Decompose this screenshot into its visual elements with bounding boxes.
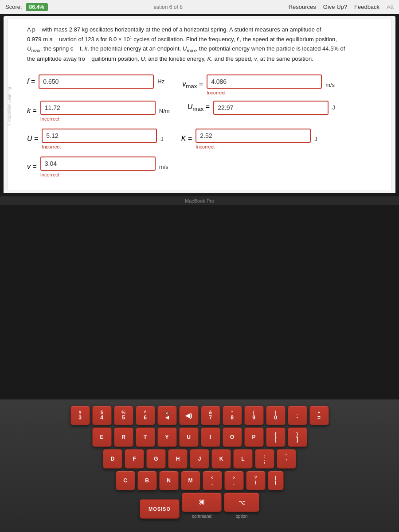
- u-unit: J: [160, 136, 164, 142]
- u-input-group: Incorrect: [42, 129, 157, 149]
- key-6[interactable]: ^6: [136, 406, 155, 425]
- key-o[interactable]: O: [223, 427, 242, 447]
- key-t[interactable]: T: [136, 427, 155, 447]
- key-rbrace[interactable]: }]: [288, 427, 307, 447]
- k-unit: N/m: [159, 108, 170, 114]
- keyboard-area: #3 $4 %5 ^6 🔇◀ ◀) &7 *8 (9 )0 _- += E R …: [0, 399, 399, 532]
- score-label: Score:: [5, 4, 22, 10]
- field-f-inline: f = Hz: [27, 74, 164, 89]
- key-d[interactable]: D: [103, 449, 122, 469]
- key-3[interactable]: #3: [70, 406, 90, 425]
- v-label: v =: [27, 163, 37, 171]
- k2-input[interactable]: [196, 129, 311, 143]
- key-i[interactable]: I: [201, 427, 220, 447]
- key-f[interactable]: F: [125, 449, 144, 469]
- key-p[interactable]: P: [244, 427, 264, 447]
- question-info: estion 6 of 8: [153, 4, 182, 10]
- vmax-input-group: Incorrect: [207, 74, 322, 95]
- key-colon[interactable]: :;: [255, 449, 274, 469]
- u-status: Incorrect: [42, 144, 157, 149]
- key-8[interactable]: ◀): [179, 406, 199, 425]
- key-mosiso[interactable]: MOSISO: [140, 499, 180, 519]
- key-j[interactable]: J: [190, 449, 209, 469]
- k2-unit: J: [314, 136, 317, 142]
- vmax-input[interactable]: [207, 74, 322, 89]
- key-c[interactable]: C: [116, 471, 135, 490]
- macmillan-watermark: © Macmillan Learning: [7, 87, 12, 126]
- top-bar: Score: 86.4% estion 6 of 8 Resources Giv…: [0, 0, 399, 14]
- field-k2: K = Incorrect J: [181, 129, 317, 149]
- macbook-label: MacBook Pro: [0, 196, 399, 205]
- score-badge: 86.4%: [26, 3, 48, 11]
- key-lbrace[interactable]: {[: [266, 427, 286, 447]
- umax-input-group: [213, 101, 329, 115]
- field-vmax-inline: vmax = Incorrect m/s: [182, 74, 335, 95]
- screen-content: © Macmillan Learning A p with mass 2.87 …: [4, 16, 395, 193]
- key-paren0[interactable]: )0: [266, 406, 286, 425]
- field-k-inline: k = Incorrect N/m: [27, 101, 170, 121]
- key-e[interactable]: E: [92, 427, 112, 447]
- f-input[interactable]: [39, 74, 154, 89]
- field-umax-inline: Umax = J: [188, 101, 335, 115]
- field-f: f = Hz: [27, 74, 164, 89]
- u-label: U =: [27, 135, 38, 143]
- key-k[interactable]: K: [211, 449, 231, 469]
- u-input[interactable]: [42, 129, 157, 143]
- f-input-group: [39, 74, 154, 89]
- row-f-vmax: f = Hz vmax = Incorrect m/s: [27, 74, 383, 95]
- key-n[interactable]: N: [159, 471, 179, 490]
- key-y[interactable]: Y: [157, 427, 177, 447]
- field-vmax: vmax = Incorrect m/s: [182, 74, 335, 95]
- key-5[interactable]: %5: [114, 406, 133, 425]
- command-label: command: [192, 514, 211, 519]
- v-status: Incorrect: [40, 172, 156, 177]
- keyboard-row-4: C B N M <, >. ?/ |I: [7, 471, 392, 490]
- v-input[interactable]: [40, 156, 156, 171]
- row-v: v = Incorrect m/s: [27, 156, 383, 177]
- vmax-status: Incorrect: [207, 90, 322, 95]
- key-l[interactable]: L: [233, 449, 253, 469]
- top-right-nav: Resources Give Up? Feedback Att: [289, 4, 394, 10]
- key-question[interactable]: ?/: [246, 471, 266, 490]
- field-v-inline: v = Incorrect m/s: [27, 156, 168, 177]
- keyboard-row-2: E R T Y U I O P {[ }]: [7, 427, 392, 447]
- option-label: option: [235, 514, 247, 519]
- mosiso-group: MOSISO: [140, 499, 180, 519]
- key-star-8[interactable]: *8: [223, 406, 242, 425]
- k2-label: K =: [181, 135, 192, 143]
- k-input-group: Incorrect: [40, 101, 156, 121]
- feedback-link[interactable]: Feedback: [354, 4, 379, 10]
- k-input[interactable]: [40, 101, 156, 115]
- attempts-label: Att: [387, 4, 394, 10]
- key-u[interactable]: U: [179, 427, 199, 447]
- key-r[interactable]: R: [114, 427, 133, 447]
- k-status: Incorrect: [40, 116, 156, 121]
- umax-unit: J: [332, 104, 335, 111]
- key-command[interactable]: ⌘: [182, 493, 222, 512]
- give-up-link[interactable]: Give Up?: [323, 4, 347, 10]
- problem-line2: 0.979 m a uration of 123 s for 8.0 × 101…: [27, 36, 337, 43]
- resources-link[interactable]: Resources: [289, 4, 316, 10]
- key-paren9[interactable]: (9: [244, 406, 264, 425]
- key-g[interactable]: G: [146, 449, 166, 469]
- field-umax: Umax = J: [188, 101, 335, 115]
- problem-line4: the amplitude away fro quilibrium positi…: [27, 55, 313, 62]
- key-7[interactable]: 🔇◀: [157, 406, 177, 425]
- key-4[interactable]: $4: [92, 406, 112, 425]
- key-pipe[interactable]: |I: [268, 471, 284, 490]
- key-b[interactable]: B: [137, 471, 157, 490]
- f-label: f =: [27, 78, 35, 86]
- key-gt[interactable]: >.: [224, 471, 244, 490]
- field-u-inline: U = Incorrect J: [27, 129, 164, 149]
- field-u: U = Incorrect J: [27, 129, 164, 149]
- field-k: k = Incorrect N/m: [27, 101, 170, 121]
- key-quote[interactable]: "': [277, 449, 296, 469]
- key-option[interactable]: ⌥: [224, 493, 259, 512]
- key-plus[interactable]: +=: [309, 406, 329, 425]
- key-minus[interactable]: _-: [288, 406, 307, 425]
- key-amp-7[interactable]: &7: [201, 406, 220, 425]
- key-m[interactable]: M: [181, 471, 200, 490]
- key-h[interactable]: H: [168, 449, 188, 469]
- umax-input[interactable]: [213, 101, 329, 115]
- key-lt[interactable]: <,: [203, 471, 222, 490]
